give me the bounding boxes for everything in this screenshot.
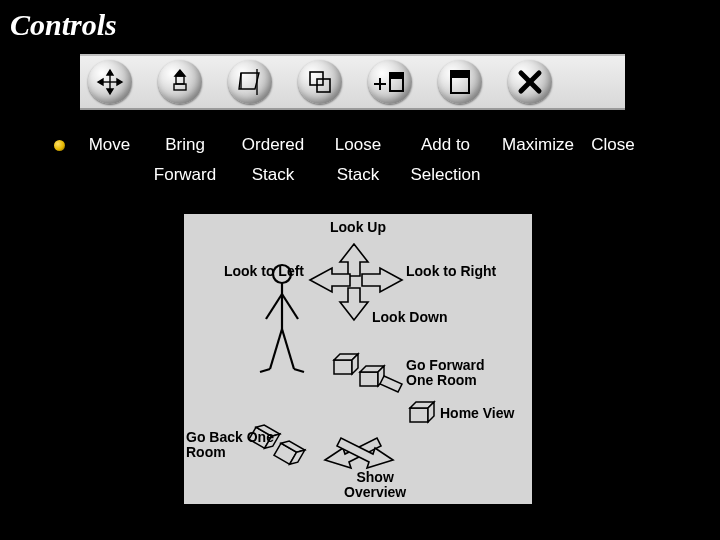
label-addto-line2: Selection: [398, 165, 493, 185]
svg-rect-3: [174, 84, 186, 90]
svg-marker-29: [362, 268, 402, 292]
move-arrows-icon: [95, 67, 125, 97]
svg-line-23: [270, 329, 282, 369]
diagram-label-go-back: Go Back One Room: [186, 430, 274, 461]
add-selection-icon: [373, 67, 407, 97]
svg-line-21: [266, 294, 282, 319]
move-button[interactable]: [88, 60, 132, 104]
label-ordered-line1: Ordered: [228, 135, 318, 155]
svg-rect-13: [451, 71, 469, 77]
label-maximize-line1: Maximize: [493, 135, 583, 155]
close-button[interactable]: [508, 60, 552, 104]
svg-marker-31: [380, 376, 402, 392]
toolbar-labels-row1: Move Bring Ordered Loose Add to Maximize…: [54, 130, 664, 160]
loose-stack-icon: [305, 67, 335, 97]
label-addto-line1: Add to: [398, 135, 493, 155]
slide: Controls: [0, 0, 720, 540]
ordered-stack-icon: [235, 67, 265, 97]
diagram-label-look-down: Look Down: [372, 310, 447, 325]
svg-line-22: [282, 294, 298, 319]
controls-toolbar: [80, 54, 625, 110]
close-x-icon: [516, 68, 544, 96]
diagram-label-go-forward: Go Forward One Room: [406, 358, 485, 389]
label-ordered-line2: Stack: [228, 165, 318, 185]
maximize-button[interactable]: [438, 60, 482, 104]
diagram-label-look-up: Look Up: [330, 220, 386, 235]
add-to-selection-button[interactable]: [368, 60, 412, 104]
page-title: Controls: [10, 8, 117, 42]
toolbar-labels: Move Bring Ordered Loose Add to Maximize…: [54, 130, 664, 190]
svg-marker-27: [340, 244, 368, 276]
diagram-label-home-view: Home View: [440, 406, 514, 421]
navigation-diagram: Look Up Look to Left Look to Right Look …: [184, 214, 532, 504]
loose-stack-button[interactable]: [298, 60, 342, 104]
svg-marker-30: [340, 288, 368, 320]
bring-forward-icon: [166, 67, 194, 97]
label-move-line1: Move: [77, 135, 142, 155]
svg-line-24: [282, 329, 294, 369]
label-bring-line2: Forward: [142, 165, 228, 185]
toolbar-labels-row2: Forward Stack Stack Selection: [54, 160, 664, 190]
label-loose-line2: Stack: [318, 165, 398, 185]
svg-marker-28: [310, 268, 350, 292]
svg-line-26: [294, 369, 304, 372]
svg-line-25: [260, 369, 270, 372]
bullet-icon: [54, 140, 65, 151]
bring-forward-button[interactable]: [158, 60, 202, 104]
label-close-line1: Close: [583, 135, 643, 155]
label-bring-line1: Bring: [142, 135, 228, 155]
diagram-label-show-overview: Show Overview: [344, 470, 406, 501]
maximize-icon: [447, 68, 473, 96]
ordered-stack-button[interactable]: [228, 60, 272, 104]
diagram-label-look-right: Look to Right: [406, 264, 496, 279]
svg-rect-2: [176, 76, 184, 84]
label-loose-line1: Loose: [318, 135, 398, 155]
diagram-label-look-left: Look to Left: [194, 264, 304, 279]
svg-rect-11: [390, 73, 403, 78]
